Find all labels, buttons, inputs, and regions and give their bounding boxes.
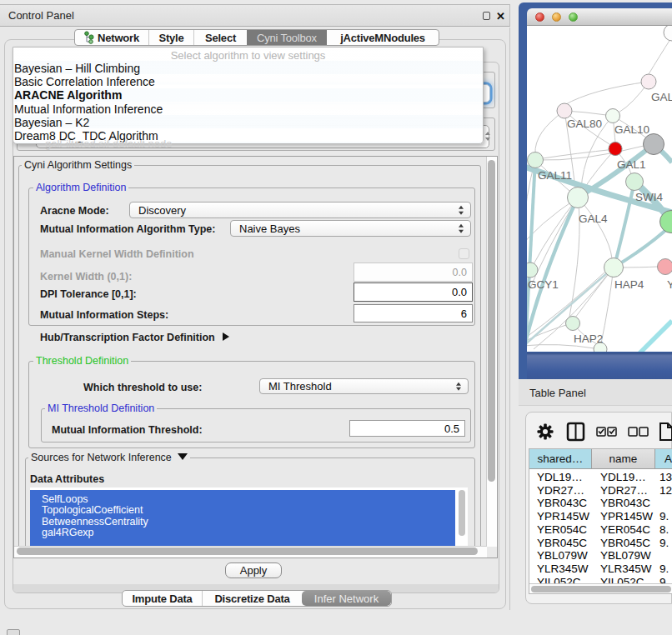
svg-text:GAL10: GAL10: [614, 123, 649, 136]
svg-text:GAL1: GAL1: [617, 158, 646, 171]
svg-text:GAL11: GAL11: [538, 169, 572, 182]
svg-text:SWI4: SWI4: [635, 191, 663, 203]
svg-text:GCY1: GCY1: [528, 278, 559, 291]
svg-text:GAL4: GAL4: [579, 212, 608, 225]
svg-text:HAP4: HAP4: [614, 278, 644, 291]
svg-text:GAL80: GAL80: [567, 118, 602, 130]
svg-text:GAL2: GAL2: [651, 91, 672, 103]
svg-text:HAP2: HAP2: [574, 332, 603, 345]
svg-text:Y: Y: [667, 278, 672, 291]
